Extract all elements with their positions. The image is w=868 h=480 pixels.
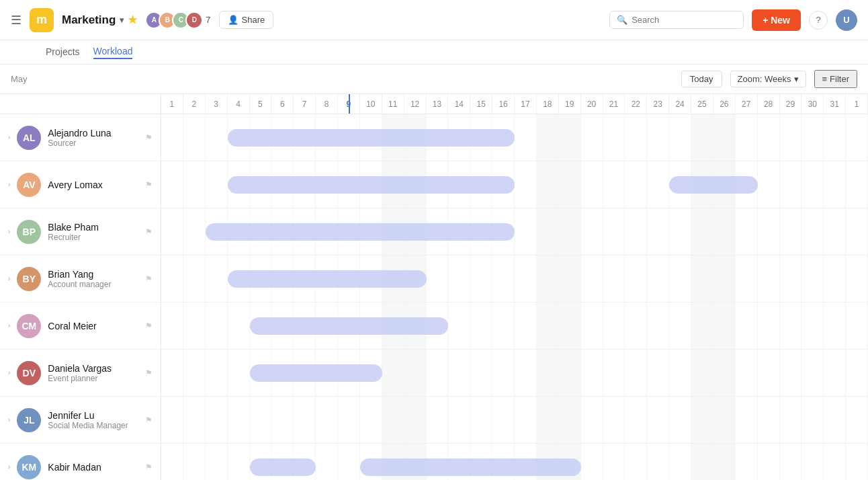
person-name: Alejandro Luna bbox=[48, 128, 138, 138]
person-row-daniela[interactable]: › DV Daniela Vargas Event planner ⚑ bbox=[0, 350, 161, 397]
flag-icon[interactable]: ⚑ bbox=[145, 368, 153, 378]
expand-icon[interactable]: › bbox=[8, 416, 10, 424]
cal-cell bbox=[691, 114, 713, 161]
cal-cell bbox=[713, 255, 736, 302]
flag-icon[interactable]: ⚑ bbox=[145, 227, 153, 237]
cal-cell bbox=[713, 303, 736, 349]
share-button[interactable]: 👤 Share bbox=[219, 11, 274, 29]
expand-icon[interactable]: › bbox=[8, 134, 10, 141]
flag-icon[interactable]: ⚑ bbox=[145, 415, 153, 425]
date-cell: 10 bbox=[360, 94, 382, 114]
chevron-down-icon[interactable]: ▾ bbox=[120, 15, 124, 25]
person-info: Kabir Madan bbox=[48, 462, 138, 473]
date-cell: 27 bbox=[736, 94, 758, 114]
expand-icon[interactable]: › bbox=[8, 463, 10, 471]
cal-cell bbox=[801, 397, 824, 443]
cal-cell bbox=[183, 208, 206, 255]
app-logo[interactable]: m bbox=[30, 8, 54, 32]
zoom-button[interactable]: Zoom: Weeks ▾ bbox=[730, 71, 806, 87]
team-avatars: A B C D 7 bbox=[145, 11, 210, 29]
search-box[interactable]: 🔍 bbox=[609, 11, 744, 29]
cal-cell bbox=[846, 161, 868, 208]
cal-cell bbox=[183, 255, 206, 302]
date-cell: 11 bbox=[382, 94, 404, 114]
cal-cell bbox=[559, 161, 581, 208]
cal-cell bbox=[404, 350, 427, 396]
today-button[interactable]: Today bbox=[681, 71, 722, 87]
cal-cell bbox=[691, 303, 713, 349]
workload-bar[interactable] bbox=[250, 317, 449, 335]
cal-cell bbox=[206, 303, 228, 349]
workload-bar[interactable] bbox=[250, 364, 382, 382]
menu-icon[interactable]: ☰ bbox=[11, 13, 21, 28]
person-row-kabir[interactable]: › KM Kabir Madan ⚑ bbox=[0, 444, 161, 480]
help-button[interactable]: ? bbox=[809, 11, 828, 30]
cal-cell bbox=[713, 350, 736, 396]
flag-icon[interactable]: ⚑ bbox=[145, 133, 153, 143]
share-icon: 👤 bbox=[228, 15, 238, 25]
avatar: JL bbox=[17, 408, 41, 432]
workload-bar[interactable] bbox=[228, 270, 427, 288]
cal-cell bbox=[603, 350, 625, 396]
workload-bar[interactable] bbox=[228, 129, 515, 147]
cal-cell bbox=[161, 161, 183, 208]
filter-button[interactable]: ≡ Filter bbox=[814, 70, 857, 88]
tab-workload[interactable]: Workload bbox=[93, 46, 133, 59]
cal-cell bbox=[669, 350, 691, 396]
workload-topbar: May Today Zoom: Weeks ▾ ≡ Filter bbox=[0, 65, 868, 94]
person-row-avery[interactable]: › AV Avery Lomax ⚑ bbox=[0, 161, 161, 208]
filter-icon: ≡ bbox=[822, 74, 828, 84]
cal-cell bbox=[647, 444, 669, 480]
flag-icon[interactable]: ⚑ bbox=[145, 463, 153, 472]
person-name: Blake Pham bbox=[48, 222, 138, 233]
person-name: Coral Meier bbox=[48, 321, 138, 331]
expand-icon[interactable]: › bbox=[8, 322, 10, 329]
expand-icon[interactable]: › bbox=[8, 228, 10, 235]
cal-cell bbox=[625, 161, 647, 208]
person-row-alejandro[interactable]: › AL Alejandro Luna Sourcer ⚑ bbox=[0, 114, 161, 161]
cal-cell bbox=[846, 208, 868, 255]
new-button[interactable]: + New bbox=[752, 9, 801, 31]
workload-bar[interactable] bbox=[206, 223, 515, 241]
person-name: Kabir Madan bbox=[48, 462, 138, 473]
cal-cell bbox=[382, 350, 404, 396]
cal-cell bbox=[603, 303, 625, 349]
person-row-blake[interactable]: › BP Blake Pham Recruiter ⚑ bbox=[0, 208, 161, 255]
calendar-row bbox=[161, 255, 868, 303]
cal-cell bbox=[824, 161, 846, 208]
cal-cell bbox=[559, 303, 581, 349]
person-row-brian[interactable]: › BY Brian Yang Account manager ⚑ bbox=[0, 255, 161, 303]
workload-bar[interactable] bbox=[669, 176, 758, 194]
expand-icon[interactable]: › bbox=[8, 181, 10, 188]
person-row-coral[interactable]: › CM Coral Meier ⚑ bbox=[0, 303, 161, 350]
cal-cell bbox=[801, 208, 824, 255]
flag-icon[interactable]: ⚑ bbox=[145, 180, 153, 190]
cal-cell bbox=[780, 444, 802, 480]
avatar[interactable]: D bbox=[185, 11, 203, 29]
cal-cell bbox=[736, 114, 758, 161]
person-info: Blake Pham Recruiter bbox=[48, 222, 138, 242]
cal-cell bbox=[537, 303, 559, 349]
search-input[interactable] bbox=[632, 15, 736, 25]
cal-cell bbox=[581, 350, 603, 396]
expand-icon[interactable]: › bbox=[8, 369, 10, 376]
expand-icon[interactable]: › bbox=[8, 275, 10, 282]
workload-bar[interactable] bbox=[250, 458, 316, 476]
user-avatar[interactable]: U bbox=[836, 9, 857, 31]
star-icon[interactable]: ★ bbox=[128, 13, 137, 26]
cal-cell bbox=[603, 444, 625, 480]
cal-cell bbox=[625, 303, 647, 349]
cal-cell bbox=[780, 114, 802, 161]
cal-cell bbox=[846, 114, 868, 161]
cal-cell bbox=[537, 397, 559, 443]
workload-bar[interactable] bbox=[228, 176, 515, 194]
person-row-jennifer[interactable]: › JL Jennifer Lu Social Media Manager ⚑ bbox=[0, 397, 161, 444]
flag-icon[interactable]: ⚑ bbox=[145, 274, 153, 284]
cal-cell bbox=[338, 444, 360, 480]
cal-cell bbox=[470, 350, 492, 396]
workload-bar[interactable] bbox=[360, 458, 581, 476]
tab-projects[interactable]: Projects bbox=[46, 46, 80, 58]
flag-icon[interactable]: ⚑ bbox=[145, 321, 153, 331]
sub-nav: Projects Workload bbox=[0, 40, 868, 65]
cal-cell bbox=[625, 255, 647, 302]
